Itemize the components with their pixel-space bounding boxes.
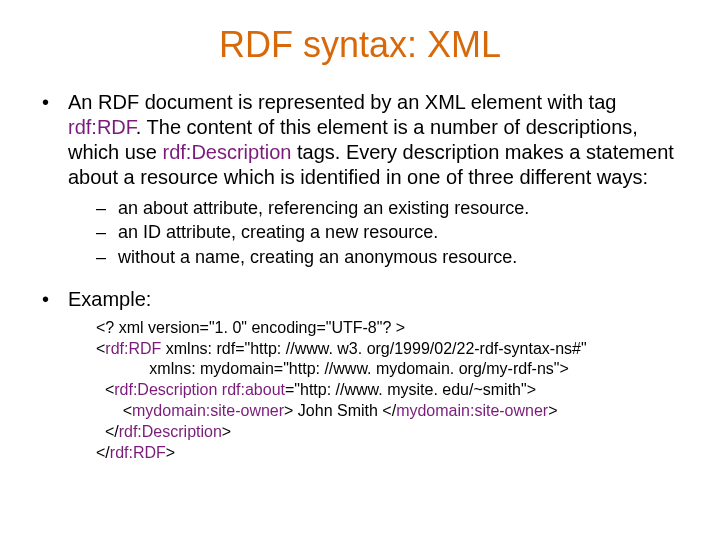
ways-list: – an about attribute, referencing an exi… bbox=[96, 196, 680, 269]
keyword-rdf-description: rdf:Description bbox=[163, 141, 292, 163]
dash-icon: – bbox=[96, 245, 118, 269]
dash-icon: – bbox=[96, 220, 118, 244]
way-2: an ID attribute, creating a new resource… bbox=[118, 220, 438, 244]
code-open: < bbox=[96, 402, 132, 419]
dash-icon: – bbox=[96, 196, 118, 220]
slide-title: RDF syntax: XML bbox=[40, 24, 680, 66]
keyword-site-owner-open: mydomain:site-owner bbox=[132, 402, 284, 419]
code-rest: xmlns: rdf="http: //www. w3. org/1999/02… bbox=[161, 340, 586, 357]
intro-pre: An RDF document is represented by an XML… bbox=[68, 91, 616, 113]
slide: RDF syntax: XML • An RDF document is rep… bbox=[0, 0, 720, 540]
way-3: without a name, creating an anonymous re… bbox=[118, 245, 517, 269]
code-open: </ bbox=[96, 444, 110, 461]
way-1: an about attribute, referencing an exist… bbox=[118, 196, 529, 220]
keyword-rdf-rdf-open: rdf:RDF bbox=[105, 340, 161, 357]
code-open: < bbox=[96, 340, 105, 357]
code-open: </ bbox=[96, 423, 119, 440]
code-line-7: </rdf:RDF> bbox=[96, 443, 680, 464]
keyword-rdf-about: rdf:about bbox=[222, 381, 285, 398]
code-line-1: <? xml version="1. 0" encoding="UTF-8"? … bbox=[96, 318, 680, 339]
bullet-dot: • bbox=[40, 287, 68, 312]
bullet-intro: • An RDF document is represented by an X… bbox=[40, 90, 680, 190]
keyword-rdf-description-open: rdf:Description bbox=[114, 381, 217, 398]
code-line-4: <rdf:Description rdf:about="http: //www.… bbox=[96, 380, 680, 401]
list-item: – without a name, creating an anonymous … bbox=[96, 245, 680, 269]
code-line-6: </rdf:Description> bbox=[96, 422, 680, 443]
bullet-example: • Example: bbox=[40, 287, 680, 312]
code-line-2: <rdf:RDF xmlns: rdf="http: //www. w3. or… bbox=[96, 339, 680, 360]
code-example: <? xml version="1. 0" encoding="UTF-8"? … bbox=[96, 318, 680, 464]
example-label: Example: bbox=[68, 287, 680, 312]
code-text: > John Smith </ bbox=[284, 402, 396, 419]
code-close: > bbox=[166, 444, 175, 461]
keyword-rdf-rdf: rdf:RDF bbox=[68, 116, 136, 138]
code-close: > bbox=[222, 423, 231, 440]
keyword-rdf-description-close: rdf:Description bbox=[119, 423, 222, 440]
bullet-dot: • bbox=[40, 90, 68, 190]
code-rest: ="http: //www. mysite. edu/~smith"> bbox=[285, 381, 536, 398]
code-line-5: <mydomain:site-owner> John Smith </mydom… bbox=[96, 401, 680, 422]
code-close: > bbox=[548, 402, 557, 419]
code-line-3: xmlns: mydomain="http: //www. mydomain. … bbox=[96, 359, 680, 380]
keyword-rdf-rdf-close: rdf:RDF bbox=[110, 444, 166, 461]
bullet-intro-text: An RDF document is represented by an XML… bbox=[68, 90, 680, 190]
list-item: – an about attribute, referencing an exi… bbox=[96, 196, 680, 220]
list-item: – an ID attribute, creating a new resour… bbox=[96, 220, 680, 244]
code-open: < bbox=[96, 381, 114, 398]
keyword-site-owner-close: mydomain:site-owner bbox=[396, 402, 548, 419]
